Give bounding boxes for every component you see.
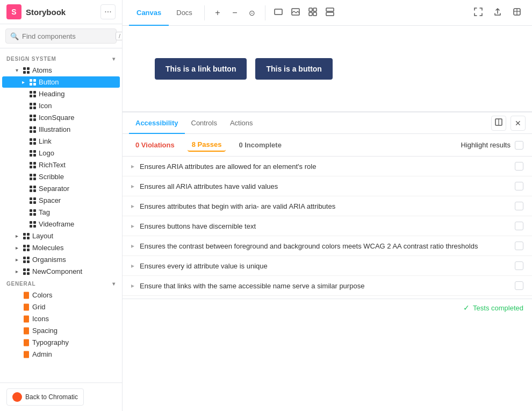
heading-icon bbox=[29, 90, 37, 98]
layout-button[interactable] bbox=[321, 4, 339, 22]
rule-checkbox[interactable] bbox=[515, 281, 523, 290]
sidebar-item-illustration[interactable]: ▸ Illustration bbox=[2, 124, 120, 135]
accessibility-panel: 0 Violations 8 Passes 0 Incomplete Highl… bbox=[123, 134, 532, 299]
close-panel-button[interactable]: ✕ bbox=[511, 116, 526, 131]
sidebar-item-spacer[interactable]: ▸ Spacer bbox=[2, 195, 120, 206]
sidebar-item-atoms[interactable]: ▾ Atoms bbox=[2, 65, 120, 76]
spacer-component-icon bbox=[29, 197, 37, 204]
frame-image-button[interactable] bbox=[287, 4, 304, 22]
grid-view-icon bbox=[308, 8, 317, 18]
collapse-general-icon[interactable]: ▾ bbox=[112, 281, 116, 287]
sidebar-item-admin[interactable]: ▸ Admin bbox=[2, 349, 120, 360]
a11y-rule-row[interactable]: ▸ Ensure that links with the same access… bbox=[123, 276, 532, 296]
sidebar-item-label: Scribble bbox=[39, 173, 116, 181]
a11y-rule-row[interactable]: ▸ Ensures every id attribute value is un… bbox=[123, 256, 532, 276]
sidebar-item-molecules[interactable]: ▸ Molecules bbox=[2, 242, 120, 253]
fullscreen-icon bbox=[474, 8, 483, 18]
rule-checkbox[interactable] bbox=[515, 202, 523, 210]
share-button[interactable] bbox=[489, 4, 506, 22]
back-label: Back to Chromatic bbox=[25, 393, 78, 401]
search-wrap: 🔍 / bbox=[5, 29, 117, 44]
sidebar-item-heading[interactable]: ▸ Heading bbox=[2, 88, 120, 100]
sidebar-item-label: Layout bbox=[32, 232, 116, 240]
tab-docs[interactable]: Docs bbox=[169, 0, 200, 26]
zoom-reset-button[interactable]: ⊙ bbox=[243, 4, 261, 22]
check-icon: ✓ bbox=[463, 303, 470, 312]
sidebar-item-newcomponent[interactable]: ▸ NewComponent bbox=[2, 266, 120, 277]
sidebar-item-link[interactable]: ▸ Link bbox=[2, 136, 120, 147]
tab-accessibility[interactable]: Accessibility bbox=[129, 112, 185, 134]
sidebar-tree: DESIGN SYSTEM ▾ ▾ Atoms ▸ Button ▸ Headi… bbox=[0, 48, 122, 382]
share-icon bbox=[493, 8, 502, 18]
sidebar-item-videoframe[interactable]: ▸ Videoframe bbox=[2, 218, 120, 230]
passes-badge[interactable]: 8 Passes bbox=[188, 138, 226, 152]
search-bar: 🔍 / bbox=[0, 24, 122, 48]
svg-rect-2 bbox=[24, 315, 29, 322]
rule-checkbox[interactable] bbox=[515, 162, 523, 171]
toolbar-divider-2 bbox=[265, 5, 265, 20]
tab-controls[interactable]: Controls bbox=[185, 112, 224, 134]
logo-icon bbox=[29, 150, 37, 157]
sidebar-item-layout[interactable]: ▸ Layout bbox=[2, 230, 120, 242]
frame-single-button[interactable] bbox=[270, 4, 287, 22]
a11y-rule-row[interactable]: ▸ Ensures buttons have discernible text bbox=[123, 216, 532, 236]
rule-checkbox[interactable] bbox=[515, 222, 523, 230]
sidebar-item-label: Illustration bbox=[39, 125, 116, 133]
tab-actions[interactable]: Actions bbox=[224, 112, 260, 134]
sidebar-item-separator[interactable]: ▸ Separator bbox=[2, 183, 120, 194]
svg-rect-10 bbox=[309, 12, 312, 16]
chevron-right-icon: ▸ bbox=[13, 244, 20, 252]
sidebar-item-tag[interactable]: ▸ Tag bbox=[2, 207, 120, 218]
sidebar-item-spacing[interactable]: ▸ Spacing bbox=[2, 325, 120, 336]
row-chevron-icon: ▸ bbox=[131, 202, 134, 210]
collapse-icon[interactable]: ▾ bbox=[112, 56, 116, 62]
tab-canvas[interactable]: Canvas bbox=[129, 0, 169, 26]
storybook-logo-icon: S bbox=[6, 4, 21, 19]
button-preview[interactable]: This is a button bbox=[255, 58, 332, 80]
general-section: GENERAL ▾ bbox=[0, 278, 122, 289]
svg-rect-3 bbox=[24, 327, 29, 334]
fullscreen-button[interactable] bbox=[470, 4, 487, 22]
a11y-rule-row[interactable]: ▸ Ensures all ARIA attributes have valid… bbox=[123, 176, 532, 196]
svg-rect-8 bbox=[309, 8, 312, 11]
zoom-out-button[interactable]: − bbox=[226, 4, 243, 22]
sidebar-item-scribble[interactable]: ▸ Scribble bbox=[2, 171, 120, 182]
zoom-in-button[interactable]: + bbox=[209, 4, 226, 22]
sidebar-item-icons[interactable]: ▸ Icons bbox=[2, 313, 120, 324]
split-view-button[interactable] bbox=[491, 116, 506, 131]
toolbar-right bbox=[470, 4, 526, 22]
sidebar-item-iconsquare[interactable]: ▸ IconSquare bbox=[2, 112, 120, 123]
grid-view-button[interactable] bbox=[304, 4, 321, 22]
sidebar-item-grid[interactable]: ▸ Grid bbox=[2, 301, 120, 313]
sidebar-item-organisms[interactable]: ▸ Organisms bbox=[2, 254, 120, 265]
link-button-preview[interactable]: This is a link button bbox=[155, 58, 247, 80]
back-to-chromatic-button[interactable]: Back to Chromatic bbox=[6, 388, 84, 406]
highlight-results-checkbox[interactable] bbox=[515, 141, 523, 150]
a11y-rule-row[interactable]: ▸ Ensures ARIA attributes are allowed fo… bbox=[123, 157, 532, 176]
typography-doc-icon bbox=[23, 339, 30, 346]
sidebar-item-icon[interactable]: ▸ Icon bbox=[2, 100, 120, 111]
rule-checkbox[interactable] bbox=[515, 242, 523, 250]
highlight-results-label: Highlight results bbox=[461, 141, 511, 149]
a11y-rule-row[interactable]: ▸ Ensures the contrast between foregroun… bbox=[123, 236, 532, 256]
rule-checkbox[interactable] bbox=[515, 261, 523, 270]
search-input[interactable] bbox=[22, 32, 112, 40]
sidebar-item-label: Atoms bbox=[32, 66, 116, 74]
rule-checkbox[interactable] bbox=[515, 182, 523, 190]
sidebar-item-label: NewComponent bbox=[32, 267, 116, 275]
sidebar-item-typography[interactable]: ▸ Typography bbox=[2, 337, 120, 348]
link-button[interactable] bbox=[508, 4, 526, 22]
sidebar-item-richtext[interactable]: ▸ RichText bbox=[2, 159, 120, 171]
layout-icon bbox=[326, 8, 334, 18]
a11y-rule-row[interactable]: ▸ Ensures attributes that begin with ari… bbox=[123, 196, 532, 216]
iconsquare-icon bbox=[29, 114, 37, 122]
more-options-button[interactable]: ··· bbox=[100, 4, 116, 19]
incomplete-badge[interactable]: 0 Incomplete bbox=[234, 139, 285, 151]
link-icon bbox=[29, 138, 37, 145]
sidebar-item-button[interactable]: ▸ Button bbox=[2, 76, 120, 88]
sidebar-item-colors[interactable]: ▸ Colors bbox=[2, 289, 120, 301]
illustration-icon bbox=[29, 126, 37, 133]
violations-badge[interactable]: 0 Violations bbox=[131, 139, 179, 151]
sidebar-item-logo[interactable]: ▸ Logo bbox=[2, 147, 120, 159]
sidebar-item-label: Molecules bbox=[32, 244, 116, 252]
